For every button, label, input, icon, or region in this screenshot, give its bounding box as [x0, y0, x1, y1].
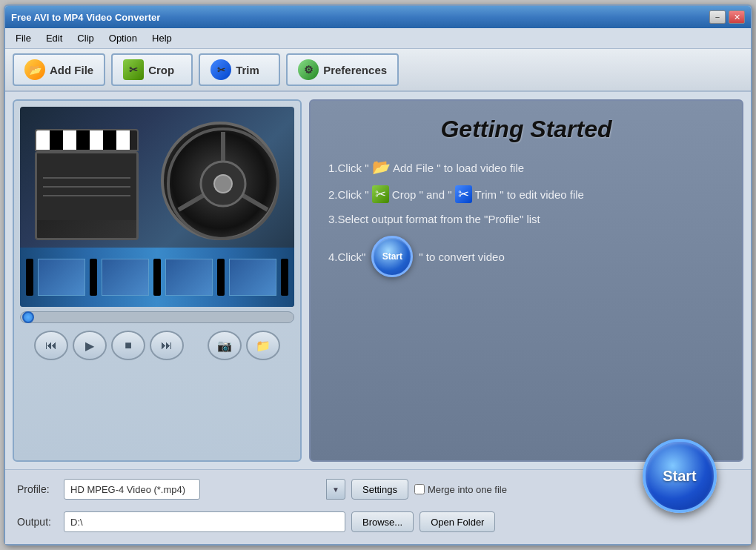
main-window: Free AVI to MP4 Video Converter − ✕ File…	[4, 4, 752, 546]
close-button[interactable]: ✕	[729, 10, 745, 24]
settings-button[interactable]: Settings	[351, 479, 408, 500]
trim-label: Trim	[236, 64, 259, 76]
merge-label: Merge into one file	[428, 484, 507, 495]
play-button[interactable]: ▶	[73, 331, 107, 360]
film-hole	[90, 259, 97, 296]
film-reel	[161, 122, 279, 240]
merge-check-label[interactable]: Merge into one file	[414, 484, 507, 495]
film-frame	[229, 259, 276, 296]
progress-thumb[interactable]	[22, 311, 34, 323]
output-row: Output: Browse... Open Folder	[17, 511, 644, 532]
step-2-text: 2.Click " ✂ Crop " and " ✂ Trim " to edi…	[328, 186, 584, 202]
window-title: Free AVI to MP4 Video Converter	[11, 12, 160, 23]
step-2: 2.Click " ✂ Crop " and " ✂ Trim " to edi…	[328, 186, 724, 202]
start-button[interactable]: Start	[643, 439, 717, 513]
clapper-inner	[37, 153, 136, 220]
browse-button[interactable]: Browse...	[351, 511, 414, 532]
film-strip	[20, 248, 294, 307]
add-file-label: Add File	[50, 64, 93, 76]
bottom-controls: Profile: HD MPEG-4 Video (*.mp4) Standar…	[17, 479, 644, 532]
add-file-icon: 📂	[24, 59, 45, 80]
info-panel: Getting Started 1.Click " 📂 Add File " t…	[309, 99, 743, 462]
profile-row: Profile: HD MPEG-4 Video (*.mp4) Standar…	[17, 479, 644, 500]
menu-help[interactable]: Help	[145, 30, 179, 46]
film-frame	[38, 259, 85, 296]
film-hole	[26, 259, 33, 296]
output-label: Output:	[17, 516, 58, 528]
add-file-button[interactable]: 📂 Add File	[13, 53, 105, 86]
film-hole	[217, 259, 225, 296]
open-folder-button[interactable]: 📁	[246, 331, 280, 360]
video-preview	[20, 107, 294, 307]
profile-label: Profile:	[17, 483, 58, 495]
step-start-label: Start	[382, 251, 402, 262]
film-hole	[281, 259, 288, 296]
crop-button[interactable]: ✂ Crop	[111, 53, 193, 86]
window-controls: − ✕	[709, 10, 745, 24]
minimize-button[interactable]: −	[709, 10, 726, 24]
step-start-button[interactable]: Start	[371, 236, 413, 277]
title-bar: Free AVI to MP4 Video Converter − ✕	[5, 6, 751, 28]
step-2-crop-icon: ✂	[372, 185, 389, 203]
preferences-button[interactable]: ⚙ Preferences	[286, 53, 399, 86]
menu-option[interactable]: Option	[102, 30, 145, 46]
snapshot-button[interactable]: 📷	[208, 331, 242, 360]
progress-bar[interactable]	[20, 311, 294, 323]
bottom-row: Profile: HD MPEG-4 Video (*.mp4) Standar…	[17, 476, 739, 535]
step-2-trim-icon: ✂	[455, 185, 472, 203]
preview-illustration	[20, 107, 294, 307]
open-folder-button[interactable]: Open Folder	[420, 511, 495, 532]
video-panel: ⏮ ▶ ■ ⏭ 📷 📁	[13, 99, 302, 462]
menu-clip[interactable]: Clip	[70, 30, 101, 46]
merge-checkbox[interactable]	[414, 484, 425, 494]
trim-button[interactable]: ✂ Trim	[199, 53, 280, 86]
stop-button[interactable]: ■	[111, 331, 145, 360]
preferences-icon: ⚙	[298, 59, 319, 80]
menu-file[interactable]: File	[8, 30, 39, 46]
start-button-container: Start	[650, 476, 739, 535]
reel-outer	[161, 122, 279, 240]
crop-icon: ✂	[123, 59, 144, 80]
profile-select-wrapper: HD MPEG-4 Video (*.mp4) Standard MP4 Vid…	[64, 479, 345, 500]
menu-bar: File Edit Clip Option Help	[5, 28, 751, 49]
preferences-label: Preferences	[323, 64, 387, 76]
film-hole	[153, 259, 161, 296]
getting-started-title: Getting Started	[328, 116, 724, 143]
output-input[interactable]	[64, 511, 345, 532]
main-content: ⏮ ▶ ■ ⏭ 📷 📁 Getting Started 1.Click " 📂 …	[5, 92, 751, 469]
playback-controls: ⏮ ▶ ■ ⏭ 📷 📁	[34, 331, 280, 360]
step-1-text: 1.Click " 📂 Add File " to load video fil…	[328, 158, 524, 176]
step-1: 1.Click " 📂 Add File " to load video fil…	[328, 158, 724, 176]
step-3-text: 3.Select output format from the "Profile…	[328, 213, 540, 225]
trim-icon: ✂	[210, 59, 231, 80]
step-4: 4.Click" Start " to convert video	[328, 236, 724, 277]
toolbar: 📂 Add File ✂ Crop ✂ Trim ⚙ Preferences	[5, 49, 751, 92]
film-frame	[102, 259, 149, 296]
profile-select[interactable]: HD MPEG-4 Video (*.mp4) Standard MP4 Vid…	[64, 479, 200, 500]
step-1-add-file-icon: 📂	[372, 159, 391, 175]
clapper-top	[35, 129, 139, 151]
svg-point-5	[214, 175, 232, 193]
clapper-body	[35, 151, 139, 240]
clapperboard	[35, 129, 146, 233]
bottom-area: Profile: HD MPEG-4 Video (*.mp4) Standar…	[5, 469, 751, 544]
select-arrow-icon: ▼	[326, 479, 345, 500]
menu-edit[interactable]: Edit	[39, 30, 70, 46]
film-frame	[165, 259, 213, 296]
forward-button[interactable]: ⏭	[150, 331, 184, 360]
crop-label: Crop	[148, 64, 174, 76]
rewind-button[interactable]: ⏮	[34, 331, 68, 360]
step-3: 3.Select output format from the "Profile…	[328, 213, 724, 225]
